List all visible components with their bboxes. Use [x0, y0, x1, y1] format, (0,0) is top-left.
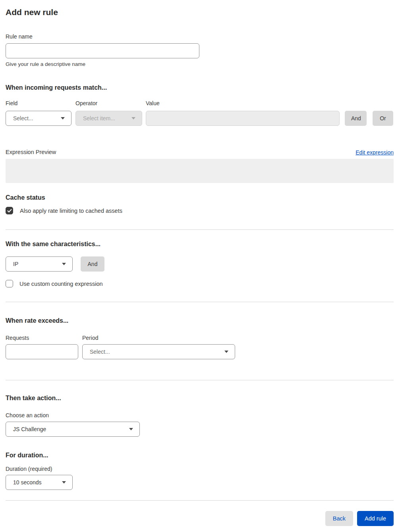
add-new-rule-form: Add new rule Rule name Give your rule a … — [0, 0, 398, 526]
operator-group: Operator Select item... — [75, 100, 142, 126]
field-select-value: Select... — [13, 115, 33, 121]
rule-name-label: Rule name — [6, 33, 394, 40]
expression-preview-header: Expression Preview Edit expression — [6, 149, 394, 156]
action-select[interactable]: JS Challenge — [6, 422, 140, 437]
duration-label: Duration (required) — [6, 466, 394, 472]
rule-name-input[interactable] — [6, 43, 199, 58]
add-rule-button[interactable]: Add rule — [357, 511, 394, 526]
value-label: Value — [146, 100, 340, 107]
chevron-down-icon — [61, 117, 65, 120]
duration-select-value: 10 seconds — [13, 479, 42, 486]
or-button[interactable]: Or — [373, 111, 393, 126]
page-title: Add new rule — [6, 7, 394, 17]
cached-assets-checkbox-label: Also apply rate limiting to cached asset… — [20, 208, 122, 214]
field-group: Field Select... — [6, 100, 71, 126]
characteristics-row: IP And — [6, 256, 394, 272]
operator-select[interactable]: Select item... — [75, 111, 142, 126]
action-select-value: JS Challenge — [13, 426, 46, 432]
cache-status-checkbox-row: Also apply rate limiting to cached asset… — [6, 207, 394, 214]
and-button[interactable]: And — [345, 111, 367, 126]
custom-counting-checkbox-label: Use custom counting expression — [19, 281, 103, 287]
characteristic-select-value: IP — [13, 261, 18, 267]
chevron-down-icon — [224, 351, 228, 353]
characteristics-and-button[interactable]: And — [81, 256, 104, 272]
period-select-value: Select... — [90, 349, 110, 355]
value-group: Value — [146, 100, 340, 126]
rate-row: Requests Period Select... — [6, 335, 394, 359]
rate-exceeds-heading: When rate exceeds... — [6, 317, 394, 325]
cached-assets-checkbox[interactable] — [6, 207, 13, 214]
back-button[interactable]: Back — [325, 511, 353, 526]
chevron-down-icon — [62, 481, 66, 484]
period-label: Period — [82, 335, 235, 341]
rule-name-group: Rule name Give your rule a descriptive n… — [6, 33, 394, 67]
chevron-down-icon — [131, 117, 135, 120]
edit-expression-link[interactable]: Edit expression — [355, 149, 394, 156]
requests-label: Requests — [6, 335, 78, 341]
period-group: Period Select... — [82, 335, 235, 359]
check-icon — [7, 209, 12, 213]
requests-input[interactable] — [6, 344, 78, 359]
requests-group: Requests — [6, 335, 78, 359]
characteristic-select[interactable]: IP — [6, 256, 73, 272]
rule-name-helper: Give your rule a descriptive name — [6, 61, 394, 67]
choose-action-label: Choose an action — [6, 412, 394, 419]
expression-preview-label: Expression Preview — [6, 149, 56, 156]
characteristics-heading: With the same characteristics... — [6, 240, 394, 248]
take-action-heading: Then take action... — [6, 394, 394, 402]
chevron-down-icon — [129, 428, 133, 430]
for-duration-heading: For duration... — [6, 451, 394, 459]
section-divider — [6, 229, 394, 230]
expression-preview-box — [6, 159, 394, 183]
value-input[interactable] — [146, 111, 340, 126]
section-divider — [6, 302, 394, 302]
section-divider — [6, 380, 394, 380]
counting-expression-checkbox-row: Use custom counting expression — [6, 280, 394, 287]
chevron-down-icon — [62, 263, 66, 265]
match-builder-row: Field Select... Operator Select item... … — [6, 100, 394, 126]
custom-counting-checkbox[interactable] — [6, 280, 13, 287]
operator-label: Operator — [75, 100, 142, 107]
period-select[interactable]: Select... — [82, 344, 235, 359]
operator-select-value: Select item... — [83, 115, 115, 121]
footer-divider — [6, 500, 394, 501]
cache-status-heading: Cache status — [6, 194, 394, 202]
field-select[interactable]: Select... — [6, 111, 71, 126]
match-section-heading: When incoming requests match... — [6, 84, 394, 92]
footer-actions: Back Add rule — [6, 511, 394, 526]
field-label: Field — [6, 100, 71, 107]
duration-select[interactable]: 10 seconds — [6, 475, 73, 490]
